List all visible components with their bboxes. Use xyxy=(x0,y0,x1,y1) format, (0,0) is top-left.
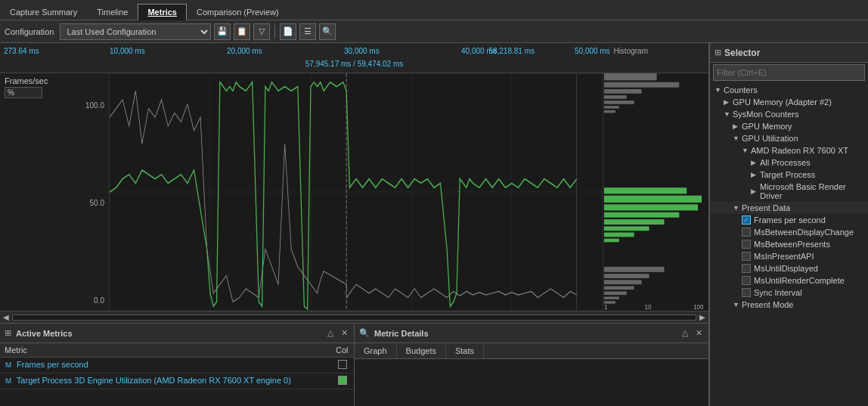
tree-item-all-processes[interactable]: ▶ All Processes xyxy=(710,157,868,169)
ms-presents-label: MsBetweenPresents xyxy=(754,240,830,249)
main-chart[interactable] xyxy=(110,73,603,311)
sysmon-arrow: ▼ xyxy=(724,110,733,118)
tree-item-present-mode[interactable]: ▼ Present Mode xyxy=(710,299,868,311)
config-label: Configuration xyxy=(5,27,54,36)
save-config-button[interactable]: 💾 xyxy=(214,23,231,40)
detail-tab-budgets[interactable]: Budgets xyxy=(397,343,446,358)
tree-item-gpu-memory-adapter[interactable]: ▶ GPU Memory (Adapter #2) xyxy=(710,96,868,108)
detail-tab-graph[interactable]: Graph xyxy=(355,343,397,358)
target-process-label: Target Process xyxy=(760,170,815,179)
config-select[interactable]: Last Used Configuration xyxy=(60,23,211,40)
svg-rect-16 xyxy=(604,110,615,113)
svg-rect-11 xyxy=(604,82,679,88)
tree-item-ms-display-change[interactable]: MsBetweenDisplayChange xyxy=(710,226,868,238)
active-metrics-collapse-button[interactable]: △ xyxy=(326,328,335,338)
svg-text:10: 10 xyxy=(645,302,652,311)
ms-until-render-checkbox[interactable] xyxy=(742,276,751,285)
fps-color-swatch xyxy=(338,360,347,369)
tree-item-present-data[interactable]: ▼ Present Data xyxy=(710,202,868,214)
svg-rect-23 xyxy=(604,232,634,237)
sysmon-label: SysMon Counters xyxy=(733,110,798,119)
tree-item-target-process[interactable]: ▶ Target Process xyxy=(710,169,868,181)
active-metrics-panel: ⊞ Active Metrics △ ✕ Metric Col xyxy=(0,324,355,406)
filter-input[interactable] xyxy=(713,64,865,81)
scroll-track[interactable] xyxy=(12,315,696,321)
tree-item-amd-rx[interactable]: ▼ AMD Radeon RX 7600 XT xyxy=(710,144,868,157)
svg-rect-21 xyxy=(604,219,664,225)
toolbar-separator xyxy=(274,25,275,39)
filter-container xyxy=(710,63,868,82)
dropdown-config-button[interactable]: ▽ xyxy=(253,23,270,40)
amd-rx-label: AMD Radeon RX 7600 XT xyxy=(751,146,848,155)
active-metrics-icon: ⊞ xyxy=(5,328,11,338)
tab-metrics[interactable]: Metrics xyxy=(138,4,187,20)
present-data-label: Present Data xyxy=(742,203,790,212)
svg-rect-15 xyxy=(604,106,619,108)
svg-rect-19 xyxy=(604,204,698,210)
tree-item-ms-until-render[interactable]: MsUntilRenderComplete xyxy=(710,274,868,287)
metric-fps-icon: Ｍ xyxy=(5,361,12,369)
y-unit-input[interactable] xyxy=(5,87,42,98)
time-axis: 273.64 ms 10,000 ms 20,000 ms 30,000 ms … xyxy=(0,43,708,73)
counters-arrow: ▼ xyxy=(715,86,724,94)
tree-item-ms-until-displayed[interactable]: MsUntilDisplayed xyxy=(710,262,868,274)
metric-details-collapse-button[interactable]: △ xyxy=(680,328,690,338)
list-button[interactable]: ☰ xyxy=(299,23,316,40)
svg-rect-20 xyxy=(604,212,679,218)
ms-until-displayed-checkbox[interactable] xyxy=(742,264,751,273)
active-metrics-close-button[interactable]: ✕ xyxy=(339,328,349,338)
bottom-panels: ⊞ Active Metrics △ ✕ Metric Col xyxy=(0,323,708,406)
metric-details-icon: 🔍 xyxy=(359,328,370,338)
gpu-memory-arrow: ▶ xyxy=(733,122,742,130)
main-area: 273.64 ms 10,000 ms 20,000 ms 30,000 ms … xyxy=(0,43,868,406)
tree-item-counters[interactable]: ▼ Counters xyxy=(710,84,868,96)
tree-item-ms-basic-render[interactable]: ▶ Microsoft Basic Render Driver xyxy=(710,181,868,202)
metric-details-close-button[interactable]: ✕ xyxy=(694,328,704,338)
tree-item-gpu-memory[interactable]: ▶ GPU Memory xyxy=(710,120,868,132)
right-panel: ⊞ Selector ▼ Counters ▶ GPU Memory (Adap… xyxy=(709,43,868,406)
fps-checkbox[interactable]: ✓ xyxy=(742,215,751,225)
detail-tab-stats[interactable]: Stats xyxy=(446,343,484,358)
selector-icon: ⊞ xyxy=(715,48,721,57)
tree-item-ms-present-api[interactable]: MsInPresentAPI xyxy=(710,250,868,262)
tree-item-fps[interactable]: ✓ Frames per second xyxy=(710,214,868,226)
tree-item-ms-presents[interactable]: MsBetweenPresents xyxy=(710,238,868,250)
tree-item-sync-interval[interactable]: Sync Interval xyxy=(710,287,868,299)
metric-gpu-icon: Ｍ xyxy=(5,377,12,385)
svg-rect-12 xyxy=(604,89,642,94)
paste-button[interactable]: 📄 xyxy=(280,23,296,40)
tab-comparison[interactable]: Comparison (Preview) xyxy=(187,3,289,20)
tab-timeline[interactable]: Timeline xyxy=(87,3,138,20)
y-label-100: 100.0 xyxy=(5,101,104,110)
active-metrics-header: ⊞ Active Metrics △ ✕ xyxy=(0,324,354,343)
metric-fps-label[interactable]: Ｍ Frames per second xyxy=(0,358,331,373)
metric-gpu-swatch xyxy=(331,373,354,389)
time-marker-2: 20,000 ms xyxy=(227,47,262,55)
svg-rect-13 xyxy=(604,95,627,99)
tree-item-gpu-util[interactable]: ▼ GPU Utilization xyxy=(710,132,868,144)
copy-config-button[interactable]: 📋 xyxy=(234,23,250,40)
all-processes-arrow: ▶ xyxy=(751,159,760,166)
toolbar: Configuration Last Used Configuration 💾 … xyxy=(0,20,868,43)
sync-interval-checkbox[interactable] xyxy=(742,288,751,297)
metric-gpu-label[interactable]: Ｍ Target Process 3D Engine Utilization (… xyxy=(0,373,331,389)
search-button[interactable]: 🔍 xyxy=(319,23,336,40)
svg-rect-24 xyxy=(604,239,619,243)
scroll-right-button[interactable]: ▶ xyxy=(699,313,705,321)
svg-rect-17 xyxy=(604,188,687,194)
ms-basic-render-label: Microsoft Basic Render Driver xyxy=(760,182,863,200)
tab-capture-summary[interactable]: Capture Summary xyxy=(0,3,87,20)
tree-item-sysmon[interactable]: ▼ SysMon Counters xyxy=(710,108,868,120)
ms-present-api-checkbox[interactable] xyxy=(742,252,751,261)
ms-display-change-checkbox[interactable] xyxy=(742,228,751,237)
col-metric: Metric xyxy=(0,343,331,358)
ms-presents-checkbox[interactable] xyxy=(742,240,751,249)
present-mode-label: Present Mode xyxy=(742,300,793,309)
active-metrics-title: Active Metrics xyxy=(16,329,321,338)
svg-rect-22 xyxy=(604,226,649,231)
time-marker-1: 10,000 ms xyxy=(110,47,145,55)
col-color: Col xyxy=(331,343,354,358)
chart-scrollbar[interactable]: ◀ ▶ xyxy=(0,311,708,323)
selector-tree: ▼ Counters ▶ GPU Memory (Adapter #2) ▼ S… xyxy=(710,82,868,406)
scroll-left-button[interactable]: ◀ xyxy=(3,313,9,321)
